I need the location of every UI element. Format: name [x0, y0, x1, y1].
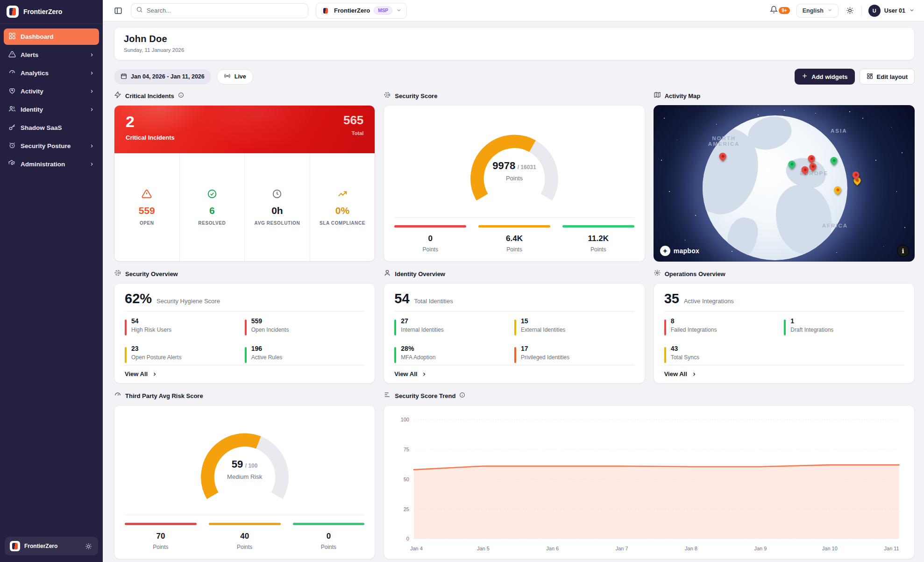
stat-label: Active Rules [251, 354, 283, 361]
sidebar-item-label: Security Posture [21, 142, 71, 149]
mapbox-icon: ✦ [660, 246, 670, 256]
svg-text:Jan 5: Jan 5 [477, 546, 490, 551]
stat-value: 6 [209, 205, 215, 216]
stat-open: 559 OPEN [114, 153, 180, 261]
broadcast-icon [224, 72, 231, 81]
sidebar-item-identity[interactable]: Identity [4, 101, 99, 118]
star [716, 124, 717, 125]
stat-value: 54 [131, 317, 171, 325]
widget-security-score: Security Score 9978 / 16031 [384, 91, 645, 262]
star [836, 252, 837, 253]
sidebar-item-analytics[interactable]: Analytics [4, 65, 99, 81]
widget-operations-overview: Operations Overview 35 Active Integratio… [654, 269, 915, 384]
breakdown-label: Points [394, 246, 466, 253]
info-icon[interactable] [178, 92, 184, 100]
chevron-down-icon [396, 7, 402, 15]
edit-layout-button[interactable]: Edit layout [860, 69, 915, 85]
view-all-link[interactable]: View All [394, 365, 634, 377]
star [661, 160, 662, 161]
widget-title: Security Score Trend [395, 392, 455, 399]
chevron-right-icon [89, 71, 94, 76]
theme-sun-icon[interactable] [84, 542, 93, 551]
bell-icon [770, 6, 778, 15]
avatar: U [868, 5, 881, 17]
date-range-picker[interactable]: Jan 04, 2026 - Jan 11, 2026 [114, 69, 211, 85]
sidebar-toggle-icon[interactable] [113, 6, 123, 16]
check-circle-icon [207, 189, 217, 201]
sidebar-item-administration[interactable]: Administration [4, 156, 99, 172]
stat-value: 8 [671, 317, 717, 325]
add-widgets-label: Add widgets [811, 73, 847, 80]
star [883, 246, 884, 247]
notifications-button[interactable]: 9+ [770, 6, 789, 15]
security-score-gauge: 9978 / 16031 Points [461, 131, 568, 201]
widget-security-score-trend: Security Score Trend 0255075100Jan 4Jan … [384, 391, 915, 559]
stat-value: 559 [139, 205, 155, 216]
stat-value: 196 [251, 345, 283, 352]
widget-security-overview: Security Overview 62% Security Hygiene S… [114, 269, 375, 384]
bars-icon [384, 391, 391, 400]
widget-title: Identity Overview [395, 270, 445, 277]
chevron-down-icon [909, 7, 915, 15]
stat-value: 1 [790, 317, 833, 325]
svg-text:Jan 9: Jan 9 [754, 546, 767, 551]
breakdown-value: 6.4K [478, 234, 550, 243]
svg-text:Jan 6: Jan 6 [547, 546, 559, 551]
star [849, 111, 850, 112]
sidebar-item-activity[interactable]: Activity [4, 83, 99, 100]
star [732, 251, 732, 252]
view-all-link[interactable]: View All [664, 365, 904, 377]
security-score-trend-chart[interactable]: 0255075100Jan 4Jan 5Jan 6Jan 7Jan 8Jan 9… [384, 405, 915, 559]
page-date: Sunday, 11 January 2026 [124, 47, 905, 53]
svg-text:Jan 7: Jan 7 [616, 546, 628, 551]
chevron-right-icon [152, 371, 157, 377]
view-all-link[interactable]: View All [125, 365, 364, 377]
live-toggle[interactable]: Live [217, 69, 253, 85]
gauge-max: / 16031 [518, 164, 536, 171]
chevron-right-icon [89, 52, 94, 57]
gear-icon [8, 160, 16, 169]
svg-text:Jan 8: Jan 8 [685, 546, 697, 551]
star [677, 140, 678, 141]
gauge-value: 59 [232, 458, 243, 470]
sidebar-item-security-posture[interactable]: Security Posture [4, 138, 99, 154]
continent-label: AFRICA [822, 223, 848, 228]
sidebar-brand: FrontierZero [23, 8, 62, 15]
sidebar-item-alerts[interactable]: Alerts [4, 47, 99, 63]
star [758, 114, 759, 115]
svg-text:75: 75 [404, 447, 409, 452]
language-label: English [803, 7, 824, 14]
activity-map-canvas[interactable]: NORTH AMERICAASIAEUROPEAFRICA ✦ mapbox i [654, 105, 915, 262]
gauge-icon [8, 69, 16, 78]
widget-title: Third Party Avg Risk Score [125, 392, 203, 399]
sidebar-item-shadow-saas[interactable]: Shadow SaaS [4, 120, 99, 136]
search-input[interactable] [147, 7, 303, 14]
sidebar-item-dashboard[interactable]: Dashboard [4, 28, 99, 45]
breakdown-label: Points [125, 544, 197, 550]
stat-total-syncs: 43Total Syncs [664, 345, 784, 365]
stat-label: Failed Integrations [671, 327, 717, 333]
stat-value: 43 [671, 345, 699, 352]
stat-external-identities: 15External Identities [514, 317, 634, 337]
controls-row: Jan 04, 2026 - Jan 11, 2026 Live Add wid… [114, 69, 915, 85]
stat-high-risk-users: 54High Risk Users [125, 317, 245, 337]
star [815, 113, 816, 114]
user-menu[interactable]: U User 01 [868, 5, 915, 17]
total-label: Total [343, 130, 363, 136]
org-switcher[interactable]: FrontierZero MSP [316, 3, 407, 19]
star [891, 127, 892, 128]
star [669, 191, 670, 192]
star [784, 110, 785, 111]
search-icon [136, 6, 143, 15]
add-widgets-button[interactable]: Add widgets [795, 69, 854, 85]
map-attribution-button[interactable]: i [897, 245, 909, 257]
gauge-icon [114, 391, 121, 400]
active-integrations: 35 [664, 291, 679, 306]
language-select[interactable]: English [796, 4, 839, 18]
plus-icon [802, 73, 808, 80]
svg-text:0: 0 [406, 536, 409, 541]
frontierzero-logo-icon [321, 6, 330, 15]
info-icon[interactable] [459, 391, 465, 400]
theme-toggle-sun-icon[interactable] [845, 6, 855, 15]
stat-label: RESOLVED [198, 221, 226, 226]
